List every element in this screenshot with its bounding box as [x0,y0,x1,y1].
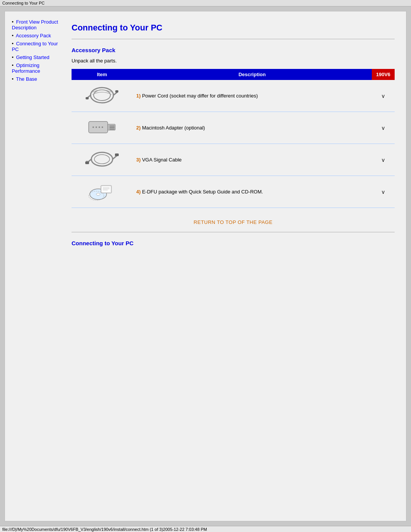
svg-point-11 [92,126,94,128]
item-check-cell-3: v [372,144,395,176]
table-row: 2) Macintosh Adapter (optional) v [72,112,395,144]
item-desc-cell-4: 4) E-DFU package with Quick Setup Guide … [132,176,372,208]
item-check-cell-1: v [372,80,395,112]
item-image-cell-4 [72,176,132,208]
sidebar-nav: • Front View Product Description • Acces… [12,19,60,82]
col-header-item: Item [72,69,132,80]
item-num-2: 2) [136,125,141,131]
sidebar-item-getting-started[interactable]: • Getting Started [12,54,60,60]
sidebar-item-front-view[interactable]: • Front View Product Description [12,19,60,30]
svg-rect-20 [87,161,88,161]
content-area: • Front View Product Description • Acces… [5,11,406,521]
svg-point-24 [96,193,100,195]
svg-rect-18 [85,161,89,164]
item-desc-text-1: Power Cord (socket may differ for differ… [142,93,258,99]
sidebar: • Front View Product Description • Acces… [5,11,64,521]
bottom-divider [72,232,395,232]
intro-text: Unpack all the parts. [72,58,395,64]
mac-adapter-icon [85,116,119,139]
svg-rect-19 [86,161,87,161]
bullet-2: • [12,33,14,38]
table-row: 1) Power Cord (socket may differ for dif… [72,80,395,112]
sidebar-link-connecting[interactable]: Connecting to Your PC [12,41,58,52]
svg-rect-6 [89,121,108,133]
item-desc-text-3: VGA Signal Cable [142,157,182,163]
svg-line-4 [113,92,117,95]
accessory-table: Item Description 190V6 [72,69,395,208]
item-num-3: 3) [136,157,141,163]
item-num-4: 4) [136,189,141,195]
status-bar-text: file:///D|/My%20Documents/dfu/190V6FB_V3… [2,527,207,532]
vga-cable-icon [85,148,119,171]
item-desc-cell-1: 1) Power Cord (socket may differ for dif… [132,80,372,112]
col-header-description: Description [132,69,372,80]
bullet-5: • [12,62,14,68]
table-row: 4) E-DFU package with Quick Setup Guide … [72,176,395,208]
sidebar-item-connecting[interactable]: • Connecting to Your PC [12,41,60,52]
return-to-top-container: RETURN TO TOP OF THE PAGE [72,219,395,225]
svg-point-14 [102,126,103,128]
title-bar: Connecting to Your PC [0,0,411,6]
bullet-6: • [12,76,14,82]
bullet-1: • [12,19,14,25]
title-bar-text: Connecting to Your PC [2,1,45,5]
sidebar-item-accessory[interactable]: • Accessory Pack [12,33,60,38]
item-image-cell-2 [72,112,132,144]
item-check-cell-2: v [372,112,395,144]
sidebar-item-optimizing[interactable]: • Optimizing Performance [12,62,60,74]
svg-rect-26 [102,186,111,192]
svg-point-13 [99,126,100,128]
item-desc-text-2: Macintosh Adapter (optional) [142,125,205,131]
page-title: Connecting to Your PC [72,23,395,33]
cdrom-icon [85,180,119,203]
item-num-1: 1) [136,93,141,99]
status-bar: file:///D|/My%20Documents/dfu/190V6FB_V3… [0,526,411,532]
svg-point-16 [94,155,110,164]
col-header-190v6: 190V6 [372,69,395,80]
svg-rect-5 [115,90,118,93]
sidebar-link-front-view[interactable]: Front View Product Description [12,19,58,30]
bullet-3: • [12,41,14,46]
svg-point-12 [96,126,97,128]
sidebar-link-accessory[interactable]: Accessory Pack [16,33,51,38]
power-cord-icon [85,84,119,107]
svg-rect-22 [115,153,119,156]
top-divider [72,39,395,39]
second-section-title: Connecting to Your PC [72,240,395,246]
item-image-cell-3 [72,144,132,176]
item-desc-text-4: E-DFU package with Quick Setup Guide and… [142,189,263,195]
svg-point-1 [94,90,110,101]
sidebar-link-optimizing[interactable]: Optimizing Performance [12,62,40,74]
main-content: Connecting to Your PC Accessory Pack Unp… [64,11,406,521]
bullet-4: • [12,54,14,60]
item-desc-cell-3: 3) VGA Signal Cable [132,144,372,176]
item-desc-cell-2: 2) Macintosh Adapter (optional) [132,112,372,144]
item-image-cell-1 [72,80,132,112]
table-row: 3) VGA Signal Cable v [72,144,395,176]
item-check-cell-4: v [372,176,395,208]
main-box: • Front View Product Description • Acces… [5,11,406,521]
accessory-section-title: Accessory Pack [72,47,395,53]
sidebar-item-base[interactable]: • The Base [12,76,60,82]
sidebar-link-getting-started[interactable]: Getting Started [16,54,49,60]
svg-rect-3 [86,97,89,99]
return-to-top-link[interactable]: RETURN TO TOP OF THE PAGE [194,219,272,225]
outer-wrapper: • Front View Product Description • Acces… [0,6,411,526]
sidebar-link-base[interactable]: The Base [16,76,37,82]
